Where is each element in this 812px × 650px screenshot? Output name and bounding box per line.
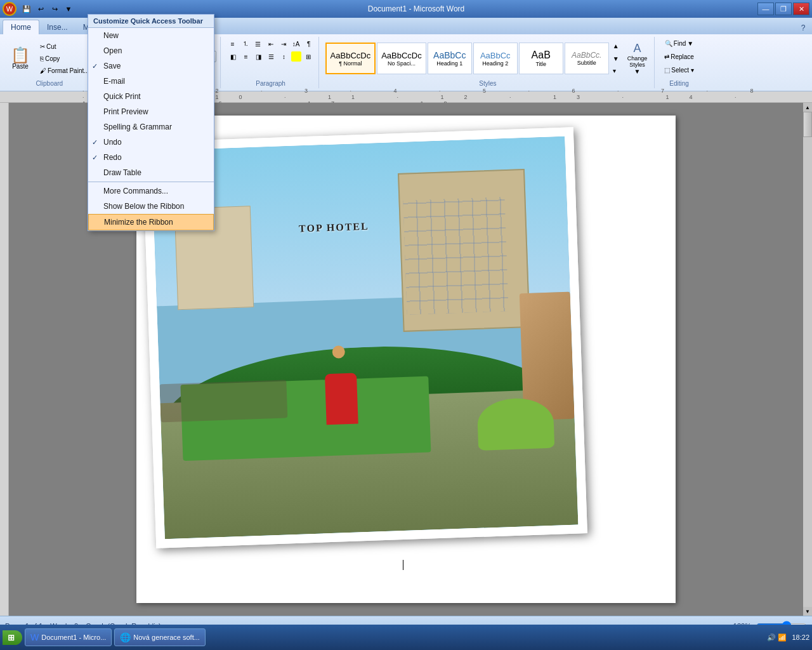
multilevel-btn[interactable]: ☰ <box>252 38 264 50</box>
menu-item-more-commands[interactable]: More Commands... <box>88 183 214 199</box>
paste-label: Paste <box>12 63 29 70</box>
save-quick-btn[interactable]: 💾 <box>20 3 33 15</box>
start-button[interactable]: ⊞ <box>3 630 22 645</box>
menu-item-email[interactable]: E-mail <box>88 74 214 89</box>
numbering-btn[interactable]: ⒈ <box>240 38 251 50</box>
styles-group: AaBbCcDc¶ Normal AaBbCcDcNo Spaci... AaB… <box>322 37 655 88</box>
style-title[interactable]: AaBTitle <box>519 43 563 74</box>
menu-item-quick-print[interactable]: Quick Print <box>88 89 214 104</box>
justify-btn[interactable]: ☰ <box>266 51 277 62</box>
shading-btn[interactable] <box>291 51 301 62</box>
change-styles-btn[interactable]: A ChangeStyles ▼ <box>624 40 651 77</box>
close-button[interactable]: ✕ <box>793 3 809 15</box>
show-formatting-btn[interactable]: ¶ <box>303 38 315 50</box>
restore-button[interactable]: ❐ <box>775 3 792 15</box>
copy-button[interactable]: ⎘ Copy <box>37 53 93 64</box>
style-heading1[interactable]: AaBbCcHeading 1 <box>428 43 472 74</box>
style-normal[interactable]: AaBbCcDc¶ Normal <box>325 43 376 74</box>
styles-scroll-up[interactable]: ▲ <box>613 43 619 50</box>
cut-icon: ✂ <box>40 43 45 50</box>
redo-quick-btn[interactable]: ↪ <box>48 3 61 15</box>
cut-button[interactable]: ✂ Cut <box>37 41 93 52</box>
find-btn[interactable]: 🔍 Find ▼ <box>662 38 697 49</box>
align-right-btn[interactable]: ◨ <box>253 51 265 62</box>
tab-insert[interactable]: Inse... <box>39 20 75 34</box>
qa-dropdown-btn[interactable]: ▼ <box>62 3 75 15</box>
photo-scene: TOP HOTEL <box>152 136 579 539</box>
menu-label-email: E-mail <box>103 77 125 86</box>
menu-item-show-below[interactable]: Show Below the Ribbon <box>88 199 214 214</box>
right-scrollbar[interactable]: ▲ ▼ <box>803 103 812 616</box>
ribbon-help-btn[interactable]: ? <box>797 22 809 34</box>
word-label: Document1 - Micro... <box>41 633 106 641</box>
increase-indent-btn[interactable]: ⇥ <box>278 38 289 50</box>
paste-button[interactable]: 📋 Paste <box>6 46 34 72</box>
scroll-up-btn[interactable]: ▲ <box>803 103 812 112</box>
minimize-button[interactable]: — <box>757 3 774 15</box>
editing-group: 🔍 Find ▼ ⇄ Replace ⬚ Select ▾ Editing <box>657 37 701 88</box>
menu-item-new[interactable]: New <box>88 28 214 43</box>
styles-scroll-down[interactable]: ▼ <box>613 55 619 62</box>
browser-label: Nová generace soft... <box>133 633 200 641</box>
left-ruler <box>0 103 9 616</box>
menu-item-minimize-ribbon[interactable]: Minimize the Ribbon <box>88 214 214 230</box>
tab-home[interactable]: Home <box>3 20 39 34</box>
menu-item-redo[interactable]: Redo <box>88 150 214 165</box>
scroll-down-btn[interactable]: ▼ <box>803 607 812 616</box>
clipboard-content: 📋 Paste ✂ Cut ⎘ Copy 🖌 Format Paint... <box>6 38 93 79</box>
styles-scroll-more[interactable]: ▾ <box>613 67 619 74</box>
word-icon: W <box>30 632 39 642</box>
line-spacing-btn[interactable]: ↕ <box>278 51 290 62</box>
photo-windows <box>403 197 509 314</box>
paragraph-group: ≡ ⒈ ☰ ⇤ ⇥ ↕A ¶ ◧ ≡ ◨ ☰ ↕ ⊞ Paragraph <box>223 37 319 88</box>
bullets-btn[interactable]: ≡ <box>227 38 239 50</box>
style-subtitle[interactable]: AaBbCc.Subtitle <box>565 43 609 74</box>
clock: 18:22 <box>792 633 809 641</box>
replace-btn[interactable]: ⇄ Replace <box>661 51 697 62</box>
photo-hotel-sign: TOP HOTEL <box>299 221 369 235</box>
copy-label: Copy <box>45 55 60 62</box>
find-label: Find <box>674 40 686 47</box>
browser-icon: 🌐 <box>120 632 131 642</box>
taskbar-word[interactable]: W Document1 - Micro... <box>25 628 112 646</box>
menu-label-show-below: Show Below the Ribbon <box>103 202 184 211</box>
align-left-btn[interactable]: ◧ <box>228 51 239 62</box>
photo-person-head <box>332 345 345 359</box>
format-painter-label: Format Paint... <box>48 67 89 74</box>
menu-label-new: New <box>103 31 119 40</box>
scroll-track[interactable] <box>803 112 812 607</box>
para-row2: ◧ ≡ ◨ ☰ ↕ ⊞ <box>228 51 314 62</box>
align-center-btn[interactable]: ≡ <box>240 51 252 62</box>
menu-label-minimize-ribbon: Minimize the Ribbon <box>104 218 173 227</box>
select-label: Select ▾ <box>671 67 694 74</box>
clipboard-sub: ✂ Cut ⎘ Copy 🖌 Format Paint... <box>37 41 93 76</box>
style-heading2[interactable]: AaBbCcHeading 2 <box>473 43 518 74</box>
menu-separator <box>88 182 214 182</box>
start-icon: ⊞ <box>8 633 15 642</box>
borders-btn[interactable]: ⊞ <box>303 51 314 62</box>
format-painter-button[interactable]: 🖌 Format Paint... <box>37 65 93 76</box>
sort-btn[interactable]: ↕A <box>291 38 302 50</box>
menu-item-print-preview[interactable]: Print Preview <box>88 104 214 119</box>
format-painter-icon: 🖌 <box>40 67 46 74</box>
menu-item-open[interactable]: Open <box>88 43 214 58</box>
scroll-thumb[interactable] <box>803 112 812 137</box>
menu-item-draw-table[interactable]: Draw Table <box>88 165 214 180</box>
menu-item-save[interactable]: Save <box>88 58 214 74</box>
decrease-indent-btn[interactable]: ⇤ <box>265 38 277 50</box>
select-btn[interactable]: ⬚ Select ▾ <box>661 65 697 76</box>
menu-label-print-preview: Print Preview <box>103 107 148 116</box>
paragraph-label: Paragraph <box>256 80 285 87</box>
menu-item-spelling[interactable]: Spelling & Grammar <box>88 119 214 135</box>
style-no-spacing[interactable]: AaBbCcDcNo Spaci... <box>377 43 426 74</box>
change-styles-arrow: ▼ <box>634 68 640 75</box>
menu-item-undo[interactable]: Undo <box>88 135 214 150</box>
undo-quick-btn[interactable]: ↩ <box>34 3 47 15</box>
menu-title: Customize Quick Access Toolbar <box>88 15 214 28</box>
menu-label-redo: Redo <box>103 153 122 162</box>
cut-label: Cut <box>46 43 56 50</box>
photo-crowd <box>159 380 287 423</box>
menu-label-open: Open <box>103 46 122 55</box>
office-orb[interactable]: W <box>3 2 16 16</box>
taskbar-browser[interactable]: 🌐 Nová generace soft... <box>114 628 206 646</box>
